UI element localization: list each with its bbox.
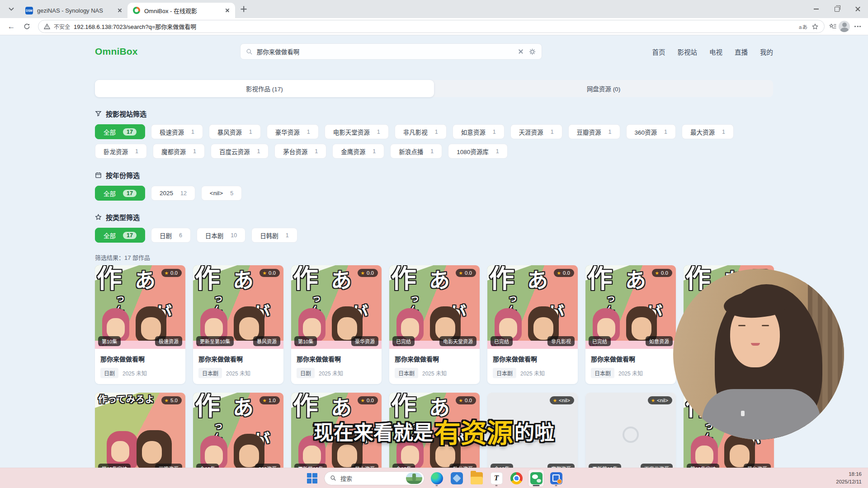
rating-badge: ★0.0 [456,269,476,277]
site-search-box[interactable] [240,43,542,60]
source-badge: 茅台资源 [744,464,771,468]
chrome-icon [510,472,523,484]
filter-chip[interactable]: 茅台资源 1 [274,144,326,159]
minimize-button[interactable] [806,0,826,18]
collections-icon[interactable] [829,23,837,30]
video-subtitle: 现在来看就是有资源的啦 [314,412,554,450]
filter-chip[interactable]: 如意资源 1 [453,124,505,139]
taskbar-remote-app[interactable] [548,469,564,487]
nav-link[interactable]: 我的 [760,47,773,56]
movie-card[interactable]: 作 あ っんて が 作ってみろよ 10+ ★0.0 更新至第10集 暴风资源 那… [193,265,283,384]
close-button[interactable] [847,0,868,18]
star-icon: ★ [459,398,463,403]
search-highlight-image[interactable] [406,473,422,484]
filter-chip[interactable]: 金鹰资源 1 [332,144,384,159]
rating-badge: ★1.0 [259,396,280,404]
filter-chip[interactable]: 全部 17 [95,186,145,201]
genre-chip: 日本剧 [493,368,516,378]
folder-icon [471,472,483,484]
poster-art: 作 あ っんて が 作ってみろよ 10+ ★0.0 已完结 电影天堂资源 [389,265,480,349]
filter-chip[interactable]: 1080资源库 1 [448,144,508,159]
search-input[interactable] [257,48,513,55]
source-badge: 豪华资源 [351,336,378,346]
star-icon: ★ [651,398,655,403]
taskbar-chrome[interactable] [509,469,524,487]
back-button[interactable]: ← [5,20,18,33]
type-filter-chips: 全部 17 日剧 6 日本剧 10 日韩剧 1 [95,228,773,243]
profile-avatar[interactable] [839,21,850,32]
taskbar-wechat[interactable] [528,469,544,487]
poster-art: 作 あ っんて が 作ってみろよ 10+ ★5.0 第10集完结 豆瓣资源 [95,393,185,468]
status-badge: 已完结 [589,336,611,346]
tab-title: geziNAS - Synology NAS [37,7,112,14]
star-icon: ★ [557,271,561,276]
movie-card[interactable]: 作 あ っんて が 作ってみろよ 10+ ★0.0 已完结 非凡影视 那你来做做… [487,265,578,384]
filter-chip[interactable]: 360资源 1 [626,124,676,139]
taskbar-clock[interactable]: 18:16 2025/12/11 [836,470,862,485]
tab-cloud-disk[interactable]: 网盘资源 (0) [434,80,773,97]
poster-figure [137,430,172,468]
translate-icon[interactable]: aあ [799,23,808,30]
address-bar[interactable]: 不安全 192.168.6.138:7023/search?q=那你来做做看啊 … [38,20,825,33]
movie-card[interactable]: 作 あ っんて が 作ってみろよ 10+ ★0.0 已完结 如意资源 那你来做做… [585,265,676,384]
filter-chip[interactable]: 百度云资源 1 [211,144,269,159]
status-badge: 第10集 [294,336,317,346]
taskbar-search[interactable]: 搜索 [324,471,425,485]
movie-card[interactable]: 作 あ っんて が 作ってみろよ 10+ ★1.0 全10集 360资源 [193,393,283,468]
filter-chip[interactable]: 电影天堂资源 1 [325,124,389,139]
browser-menu-icon[interactable] [852,26,863,27]
restore-button[interactable] [826,0,847,18]
source-badge: 百度云资源 [641,464,673,468]
nav-link[interactable]: 影视站 [678,47,698,56]
browser-tab-omnibox[interactable]: OmniBox - 在线观影 [127,3,235,18]
filter-chip[interactable]: 非凡影视 1 [395,124,447,139]
tab-close-icon[interactable] [223,6,231,14]
filter-chip[interactable]: 全部 17 [95,124,145,139]
filter-chip[interactable]: 豪华资源 1 [267,124,319,139]
movie-card[interactable]: 作 あ っんて が 作ってみろよ 10+ ★5.0 第10集完结 豆瓣资源 [95,393,185,468]
nav-link[interactable]: 直播 [735,47,748,56]
clock-time: 18:16 [836,470,862,478]
filter-chip[interactable]: 卧龙资源 1 [95,144,147,159]
filter-chip[interactable]: 暴风资源 1 [209,124,261,139]
filter-chip[interactable]: 魔都资源 1 [153,144,205,159]
filter-chip[interactable]: 日本剧 10 [197,228,245,243]
filter-chip[interactable]: 天涯资源 1 [510,124,562,139]
genre-chip: 日剧 [297,368,315,378]
browser-tab-synology[interactable]: DSM geziNAS - Synology NAS [20,3,127,18]
filter-chip[interactable]: 极速资源 1 [151,124,203,139]
rating-badge: ★<nil> [648,396,672,404]
movie-card[interactable]: 作 あ っんて が 作ってみろよ 10+ ★<nil> 更新第10集 百度云资源 [585,393,676,468]
movie-card[interactable]: 作 あ っんて が 作ってみろよ 10+ ★0.0 第10集 极速资源 那你来做… [95,265,185,384]
bookmark-star-icon[interactable] [811,23,819,30]
movie-card[interactable]: 作 あ っんて が 作ってみろよ 10+ ★0.0 已完结 电影天堂资源 那你来… [389,265,480,384]
filter-chip[interactable]: 日韩剧 1 [251,228,297,243]
tab-video-works[interactable]: 影视作品 (17) [95,80,434,97]
taskbar-explorer[interactable] [469,469,484,487]
nav-link[interactable]: 电视 [709,47,722,56]
omnibox-favicon [133,7,140,14]
filter-chip[interactable]: <nil> 5 [201,186,242,201]
filter-chip[interactable]: 日剧 6 [151,228,191,243]
new-tab-button[interactable] [238,3,250,15]
source-badge: 360资源 [255,464,280,468]
filter-chip[interactable]: 新浪点播 1 [390,144,442,159]
nav-link[interactable]: 首页 [652,47,665,56]
clear-search-icon[interactable] [517,48,524,55]
refresh-button[interactable] [20,20,33,33]
gear-icon[interactable] [528,48,536,56]
filter-chip[interactable]: 全部 17 [95,228,145,243]
movie-card[interactable]: 作 あ っんて が 作ってみろよ 10+ ★0.0 第10集 豪华资源 那你来做… [291,265,382,384]
taskbar-edge[interactable] [429,469,444,487]
movie-title: 那你来做做看啊 [395,354,474,363]
filter-chip[interactable]: 最大资源 1 [682,124,734,139]
taskbar-typora[interactable] [489,469,504,487]
year-status: 2025 未知 [618,369,643,377]
omnibox-logo[interactable]: OmniBox [95,46,138,57]
start-button[interactable] [304,469,320,487]
taskbar-photos[interactable] [449,469,464,487]
filter-chip[interactable]: 2025 12 [151,186,195,201]
filter-chip[interactable]: 豆瓣资源 1 [568,124,620,139]
tab-search-chevron-icon[interactable] [5,3,17,15]
tab-close-icon[interactable] [116,6,124,14]
